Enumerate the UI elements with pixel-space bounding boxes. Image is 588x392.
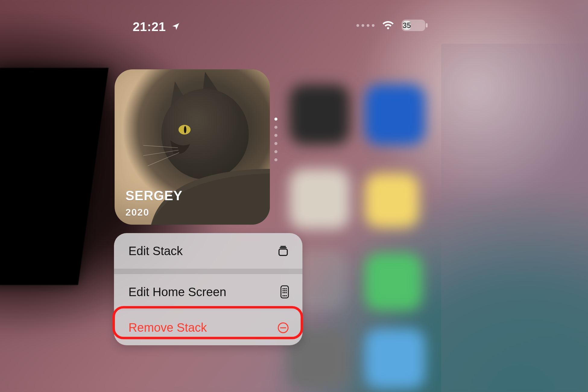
photos-widget-stack[interactable]: SERGEY 2020 (115, 69, 270, 225)
widget-title: SERGEY (125, 188, 182, 203)
svg-point-16 (284, 292, 285, 293)
menu-item-remove-stack[interactable]: Remove Stack (114, 310, 302, 345)
svg-point-15 (283, 292, 284, 293)
minus-circle-icon (277, 322, 289, 334)
battery-percent-label: 35 (403, 21, 411, 30)
widget-context-menu: Edit Stack Edit Home Screen Rem (114, 233, 302, 345)
location-icon (171, 20, 180, 34)
menu-item-label: Edit Stack (128, 244, 183, 258)
svg-point-18 (283, 295, 284, 296)
svg-point-1 (161, 89, 249, 179)
blurred-app-icon (365, 329, 425, 389)
status-time: 21:21 (133, 20, 166, 34)
blurred-app-icon (289, 84, 350, 145)
blurred-app-icon (289, 169, 350, 229)
apps-grid-icon (280, 285, 289, 299)
svg-point-17 (286, 292, 287, 293)
status-bar: 21:21 35 (0, 0, 588, 42)
svg-point-13 (284, 290, 285, 291)
stack-icon (277, 245, 289, 257)
svg-point-19 (284, 295, 285, 296)
battery-indicator: 35 (402, 20, 425, 31)
svg-point-10 (284, 288, 285, 289)
menu-item-label: Edit Home Screen (128, 285, 226, 299)
widget-caption: SERGEY 2020 (125, 188, 182, 218)
menu-item-label: Remove Stack (128, 321, 207, 334)
today-view-panel-blur (441, 44, 588, 392)
blurred-app-icon (365, 173, 419, 228)
svg-point-14 (286, 290, 287, 291)
status-right-group: 35 (356, 20, 425, 31)
wifi-icon (382, 20, 394, 31)
svg-rect-7 (279, 249, 287, 255)
svg-point-3 (184, 126, 186, 133)
menu-item-edit-home-screen[interactable]: Edit Home Screen (114, 274, 302, 310)
widget-stack-page-indicator[interactable] (274, 118, 277, 161)
svg-point-20 (286, 295, 287, 296)
svg-point-11 (286, 288, 287, 289)
svg-point-9 (283, 288, 284, 289)
svg-point-12 (283, 290, 284, 291)
blurred-app-icon (365, 84, 425, 145)
page-dots-icon (356, 24, 375, 27)
menu-separator (114, 269, 302, 274)
widget-subtitle: 2020 (125, 207, 182, 218)
blurred-app-icon (365, 253, 422, 311)
status-time-group: 21:21 (133, 20, 180, 34)
menu-item-edit-stack[interactable]: Edit Stack (114, 233, 302, 269)
